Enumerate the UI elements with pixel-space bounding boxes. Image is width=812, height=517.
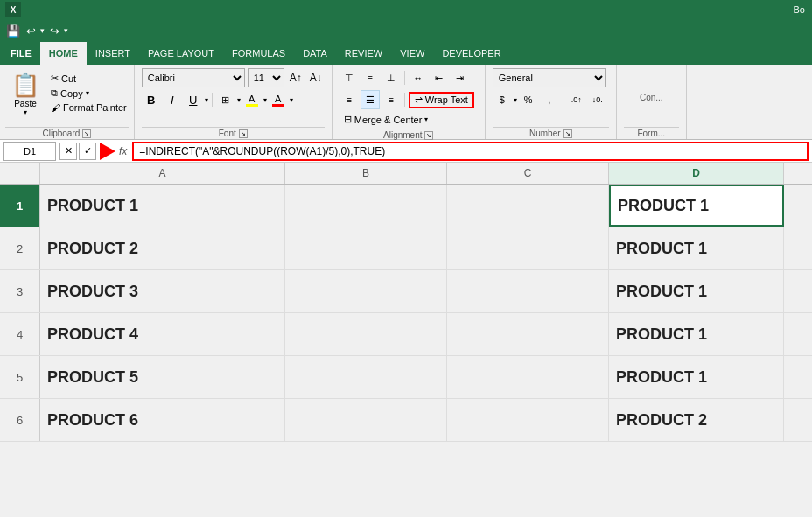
paste-label: Paste	[14, 99, 37, 108]
formula-input-box[interactable]: =INDIRECT("A"&ROUNDUP((ROW(A1)/5),0),TRU…	[132, 142, 808, 161]
underline-button[interactable]: U	[184, 90, 203, 109]
text-direction-button[interactable]: ↔	[409, 68, 428, 87]
cancel-formula-button[interactable]: ✕	[60, 143, 77, 160]
confirm-formula-button[interactable]: ✓	[79, 143, 96, 160]
italic-button[interactable]: I	[163, 90, 182, 109]
cell-b1[interactable]	[285, 185, 447, 227]
redo-icon[interactable]: ↪	[46, 23, 62, 38]
cell-d3[interactable]: PRODUCT 1	[609, 270, 784, 312]
cell-a3[interactable]: PRODUCT 3	[40, 270, 285, 312]
merge-center-button[interactable]: ⊟ Merge & Center ▾	[340, 112, 433, 127]
tab-view[interactable]: VIEW	[391, 42, 433, 65]
fill-color-button[interactable]: A	[242, 90, 262, 109]
font-decrease-button[interactable]: A↓	[307, 69, 325, 87]
col-header-b[interactable]: B	[285, 163, 447, 184]
merge-dropdown-icon[interactable]: ▾	[424, 115, 428, 123]
tab-review[interactable]: REVIEW	[336, 42, 391, 65]
paste-dropdown-icon[interactable]: ▾	[24, 108, 27, 116]
alignment-expand-icon[interactable]: ↘	[424, 131, 433, 140]
cell-a2[interactable]: PRODUCT 2	[40, 227, 285, 269]
undo-icon[interactable]: ↩	[23, 23, 38, 38]
alignment-group-label: Alignment	[383, 130, 422, 140]
cell-c2[interactable]	[447, 227, 609, 269]
undo-arrow[interactable]: ▾	[40, 26, 45, 35]
font-color-dropdown[interactable]: ▾	[290, 96, 293, 104]
align-top-button[interactable]: ⊤	[340, 68, 359, 87]
clipboard-expand-icon[interactable]: ↘	[82, 129, 91, 138]
border-dropdown[interactable]: ▾	[237, 96, 241, 104]
cell-b5[interactable]	[285, 356, 447, 398]
cell-c6[interactable]	[447, 399, 609, 441]
paste-button[interactable]: 📋 Paste ▾	[5, 68, 46, 119]
fill-dropdown[interactable]: ▾	[263, 96, 267, 104]
cut-button[interactable]: ✂ Cut	[49, 72, 129, 85]
cell-a1[interactable]: PRODUCT 1	[40, 185, 285, 227]
decimal-decrease-button[interactable]: ↓0.	[588, 90, 607, 109]
cell-d5[interactable]: PRODUCT 1	[609, 356, 784, 398]
comma-button[interactable]: ,	[540, 90, 559, 109]
col-header-c[interactable]: C	[447, 163, 609, 184]
align-left-button[interactable]: ≡	[340, 90, 359, 109]
cell-c4[interactable]	[447, 313, 609, 355]
accounting-dropdown[interactable]: ▾	[514, 96, 517, 104]
number-expand-icon[interactable]: ↘	[564, 129, 572, 138]
tab-page-layout[interactable]: PAGE LAYOUT	[139, 42, 223, 65]
cell-d2[interactable]: PRODUCT 1	[609, 227, 784, 269]
col-header-d[interactable]: D	[609, 163, 784, 184]
tab-developer[interactable]: DEVELOPER	[433, 42, 509, 65]
align-middle-button[interactable]: ≡	[360, 68, 380, 87]
save-icon[interactable]: 💾	[5, 23, 21, 38]
font-increase-button[interactable]: A↑	[287, 69, 304, 87]
font-name-select[interactable]: Calibri	[142, 68, 245, 87]
cell-d1[interactable]: PRODUCT 1	[609, 185, 784, 227]
cell-c5[interactable]	[447, 356, 609, 398]
tab-home[interactable]: HOME	[40, 42, 87, 65]
copy-button[interactable]: ⧉ Copy ▾	[49, 87, 129, 100]
format-painter-button[interactable]: 🖌 Format Painter	[49, 101, 129, 114]
align-bottom-button[interactable]: ⊥	[382, 68, 401, 87]
redo-arrow[interactable]: ▾	[64, 26, 68, 35]
cell-a4[interactable]: PRODUCT 4	[40, 313, 285, 355]
border-button[interactable]: ⊞	[216, 90, 235, 109]
percent-button[interactable]: %	[519, 90, 538, 109]
decimal-increase-button[interactable]: .0↑	[567, 90, 586, 109]
row-number-2[interactable]: 2	[0, 227, 40, 269]
cell-reference-input[interactable]	[4, 142, 56, 161]
indent-increase-button[interactable]: ⇥	[451, 68, 470, 87]
cell-d4[interactable]: PRODUCT 1	[609, 313, 784, 355]
cell-b2[interactable]	[285, 227, 447, 269]
tab-formulas[interactable]: FORMULAS	[223, 42, 294, 65]
cell-b4[interactable]	[285, 313, 447, 355]
cell-c3[interactable]	[447, 270, 609, 312]
tab-file[interactable]: FILE	[2, 42, 40, 65]
cell-a5[interactable]: PRODUCT 5	[40, 356, 285, 398]
tab-insert[interactable]: INSERT	[87, 42, 139, 65]
row-number-5[interactable]: 5	[0, 356, 40, 398]
cell-b3[interactable]	[285, 270, 447, 312]
align-center-button[interactable]: ☰	[360, 90, 380, 109]
merge-center-label: Merge & Center	[354, 115, 423, 125]
indent-decrease-button[interactable]: ⇤	[430, 68, 449, 87]
cut-label: Cut	[61, 73, 76, 84]
copy-dropdown-icon[interactable]: ▾	[86, 89, 89, 97]
underline-dropdown[interactable]: ▾	[205, 96, 208, 104]
font-color-button[interactable]: A	[269, 90, 288, 109]
font-size-select[interactable]: 11	[248, 68, 284, 87]
row-number-4[interactable]: 4	[0, 313, 40, 355]
cell-c1[interactable]	[447, 185, 609, 227]
bold-button[interactable]: B	[142, 90, 161, 109]
accounting-button[interactable]: $	[493, 90, 512, 109]
title-text: Bo	[794, 4, 805, 15]
row-number-1[interactable]: 1	[0, 185, 40, 227]
tab-data[interactable]: DATA	[294, 42, 336, 65]
font-expand-icon[interactable]: ↘	[239, 129, 248, 138]
cell-d6[interactable]: PRODUCT 2	[609, 399, 784, 441]
col-header-a[interactable]: A	[40, 163, 285, 184]
cell-b6[interactable]	[285, 399, 447, 441]
number-format-select[interactable]: General	[493, 68, 606, 87]
cell-a6[interactable]: PRODUCT 6	[40, 399, 285, 441]
align-right-button[interactable]: ≡	[382, 90, 401, 109]
wrap-text-button[interactable]: ⇌ Wrap Text	[409, 92, 474, 108]
row-number-6[interactable]: 6	[0, 399, 40, 441]
row-number-3[interactable]: 3	[0, 270, 40, 312]
